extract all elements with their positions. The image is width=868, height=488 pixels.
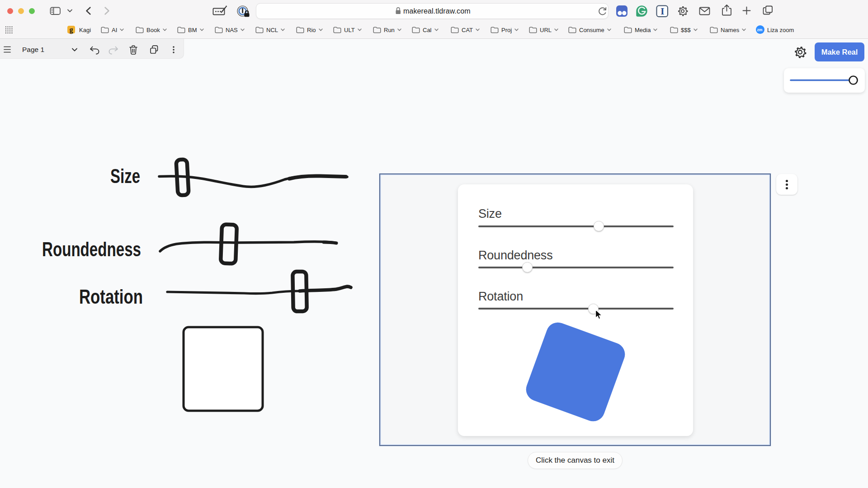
svg-text:zm: zm [757,28,763,32]
svg-text:Page 1: Page 1 [22,46,44,53]
svg-text:Size: Size [110,165,140,187]
svg-text:g: g [70,26,73,34]
svg-text:Rotation: Rotation [79,286,143,308]
svg-text:Roundedness: Roundedness [42,239,141,260]
svg-text:I: I [660,5,665,17]
